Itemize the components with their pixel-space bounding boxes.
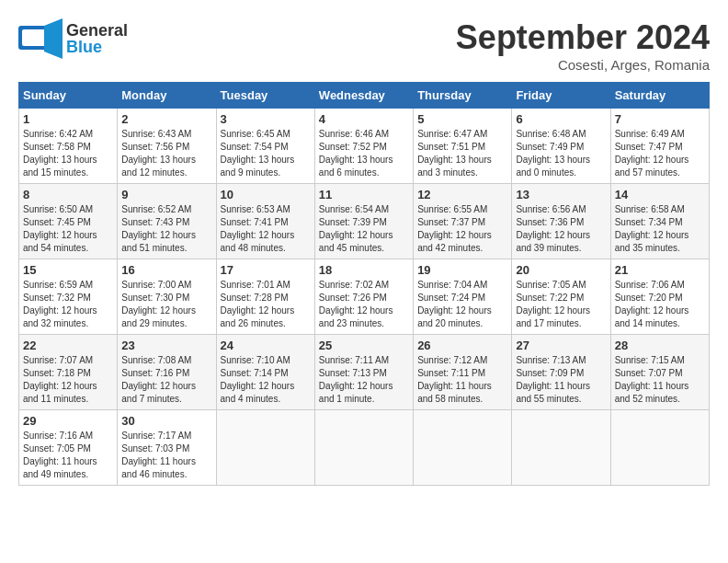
day-number: 28 [615,339,705,352]
table-row: 11Sunrise: 6:54 AM Sunset: 7:39 PM Dayli… [314,184,413,259]
day-number: 7 [615,112,705,126]
table-row: 21Sunrise: 7:06 AM Sunset: 7:20 PM Dayli… [610,259,709,335]
day-detail: Sunrise: 6:47 AM Sunset: 7:51 PM Dayligh… [417,128,507,179]
day-detail: Sunrise: 6:46 AM Sunset: 7:52 PM Dayligh… [319,128,409,179]
calendar-table: Sunday Monday Tuesday Wednesday Thursday… [18,82,710,486]
table-row [216,410,314,486]
day-number: 24 [221,339,311,352]
day-detail: Sunrise: 6:42 AM Sunset: 7:58 PM Dayligh… [23,128,113,179]
day-number: 23 [121,339,211,352]
day-detail: Sunrise: 7:17 AM Sunset: 7:03 PM Dayligh… [121,430,211,481]
table-row: 3Sunrise: 6:45 AM Sunset: 7:54 PM Daylig… [216,109,314,184]
logo-general-text: General [66,22,128,39]
table-row: 30Sunrise: 7:17 AM Sunset: 7:03 PM Dayli… [118,410,216,486]
day-number: 17 [221,263,311,277]
day-detail: Sunrise: 6:53 AM Sunset: 7:41 PM Dayligh… [221,203,311,255]
day-number: 25 [319,339,409,352]
calendar-week-row: 22Sunrise: 7:07 AM Sunset: 7:18 PM Dayli… [19,335,710,410]
day-detail: Sunrise: 7:11 AM Sunset: 7:13 PM Dayligh… [319,354,409,406]
day-detail: Sunrise: 7:06 AM Sunset: 7:20 PM Dayligh… [615,279,705,330]
day-number: 12 [417,188,507,201]
day-number: 4 [319,112,409,126]
day-detail: Sunrise: 7:01 AM Sunset: 7:28 PM Dayligh… [221,279,311,330]
day-number: 30 [121,414,211,428]
table-row: 16Sunrise: 7:00 AM Sunset: 7:30 PM Dayli… [118,259,216,335]
col-friday: Friday [512,83,610,109]
table-row: 20Sunrise: 7:05 AM Sunset: 7:22 PM Dayli… [512,259,610,335]
calendar-week-row: 29Sunrise: 7:16 AM Sunset: 7:05 PM Dayli… [19,410,710,486]
day-detail: Sunrise: 6:48 AM Sunset: 7:49 PM Dayligh… [516,128,606,179]
day-number: 9 [121,188,211,201]
day-number: 13 [516,188,606,201]
table-row: 9Sunrise: 6:52 AM Sunset: 7:43 PM Daylig… [118,184,216,259]
table-row: 5Sunrise: 6:47 AM Sunset: 7:51 PM Daylig… [414,109,512,184]
day-detail: Sunrise: 7:10 AM Sunset: 7:14 PM Dayligh… [221,354,311,406]
day-number: 21 [615,263,705,277]
day-detail: Sunrise: 7:13 AM Sunset: 7:09 PM Dayligh… [516,354,606,406]
calendar-week-row: 1Sunrise: 6:42 AM Sunset: 7:58 PM Daylig… [19,109,710,184]
table-row: 29Sunrise: 7:16 AM Sunset: 7:05 PM Dayli… [19,410,118,486]
table-row: 23Sunrise: 7:08 AM Sunset: 7:16 PM Dayli… [118,335,216,410]
table-row: 7Sunrise: 6:49 AM Sunset: 7:47 PM Daylig… [610,109,709,184]
day-number: 11 [319,188,409,201]
day-number: 1 [23,112,113,126]
table-row: 18Sunrise: 7:02 AM Sunset: 7:26 PM Dayli… [314,259,413,335]
day-number: 27 [516,339,606,352]
calendar-week-row: 8Sunrise: 6:50 AM Sunset: 7:45 PM Daylig… [19,184,710,259]
day-number: 2 [121,112,211,126]
day-detail: Sunrise: 6:56 AM Sunset: 7:36 PM Dayligh… [516,203,606,255]
table-row: 6Sunrise: 6:48 AM Sunset: 7:49 PM Daylig… [512,109,610,184]
table-row: 15Sunrise: 6:59 AM Sunset: 7:32 PM Dayli… [19,259,118,335]
day-detail: Sunrise: 6:54 AM Sunset: 7:39 PM Dayligh… [319,203,409,255]
day-detail: Sunrise: 7:12 AM Sunset: 7:11 PM Dayligh… [417,354,507,406]
calendar-header-row: Sunday Monday Tuesday Wednesday Thursday… [19,83,710,109]
day-detail: Sunrise: 7:15 AM Sunset: 7:07 PM Dayligh… [615,354,705,406]
table-row: 10Sunrise: 6:53 AM Sunset: 7:41 PM Dayli… [216,184,314,259]
calendar-week-row: 15Sunrise: 6:59 AM Sunset: 7:32 PM Dayli… [19,259,710,335]
col-thursday: Thursday [414,83,512,109]
page-header: General Blue September 2024 Cosesti, Arg… [18,18,710,73]
day-number: 26 [417,339,507,352]
table-row: 14Sunrise: 6:58 AM Sunset: 7:34 PM Dayli… [610,184,709,259]
table-row [314,410,413,486]
table-row [512,410,610,486]
day-number: 3 [221,112,311,126]
day-detail: Sunrise: 7:04 AM Sunset: 7:24 PM Dayligh… [417,279,507,330]
day-detail: Sunrise: 6:52 AM Sunset: 7:43 PM Dayligh… [121,203,211,255]
table-row [610,410,709,486]
day-number: 29 [23,414,113,428]
table-row: 12Sunrise: 6:55 AM Sunset: 7:37 PM Dayli… [414,184,512,259]
day-number: 18 [319,263,409,277]
day-detail: Sunrise: 6:45 AM Sunset: 7:54 PM Dayligh… [221,128,311,179]
day-detail: Sunrise: 6:55 AM Sunset: 7:37 PM Dayligh… [417,203,507,255]
day-detail: Sunrise: 7:05 AM Sunset: 7:22 PM Dayligh… [516,279,606,330]
table-row: 1Sunrise: 6:42 AM Sunset: 7:58 PM Daylig… [19,109,118,184]
day-detail: Sunrise: 6:58 AM Sunset: 7:34 PM Dayligh… [615,203,705,255]
location: Cosesti, Arges, Romania [456,57,710,73]
day-detail: Sunrise: 7:07 AM Sunset: 7:18 PM Dayligh… [23,354,113,406]
logo-icon [18,18,63,59]
day-detail: Sunrise: 6:43 AM Sunset: 7:56 PM Dayligh… [121,128,211,179]
day-detail: Sunrise: 7:08 AM Sunset: 7:16 PM Dayligh… [121,354,211,406]
table-row: 27Sunrise: 7:13 AM Sunset: 7:09 PM Dayli… [512,335,610,410]
svg-marker-2 [44,18,63,59]
table-row: 24Sunrise: 7:10 AM Sunset: 7:14 PM Dayli… [216,335,314,410]
day-detail: Sunrise: 7:02 AM Sunset: 7:26 PM Dayligh… [319,279,409,330]
table-row: 8Sunrise: 6:50 AM Sunset: 7:45 PM Daylig… [19,184,118,259]
day-number: 14 [615,188,705,201]
logo: General Blue [18,18,128,59]
table-row [414,410,512,486]
day-detail: Sunrise: 7:16 AM Sunset: 7:05 PM Dayligh… [23,430,113,481]
table-row: 25Sunrise: 7:11 AM Sunset: 7:13 PM Dayli… [314,335,413,410]
day-detail: Sunrise: 6:49 AM Sunset: 7:47 PM Dayligh… [615,128,705,179]
col-saturday: Saturday [610,83,709,109]
day-number: 22 [23,339,113,352]
month-title: September 2024 [456,18,710,57]
table-row: 13Sunrise: 6:56 AM Sunset: 7:36 PM Dayli… [512,184,610,259]
day-detail: Sunrise: 6:59 AM Sunset: 7:32 PM Dayligh… [23,279,113,330]
day-number: 16 [121,263,211,277]
logo-blue-text: Blue [66,39,128,55]
table-row: 26Sunrise: 7:12 AM Sunset: 7:11 PM Dayli… [414,335,512,410]
day-number: 8 [23,188,113,201]
col-sunday: Sunday [19,83,118,109]
